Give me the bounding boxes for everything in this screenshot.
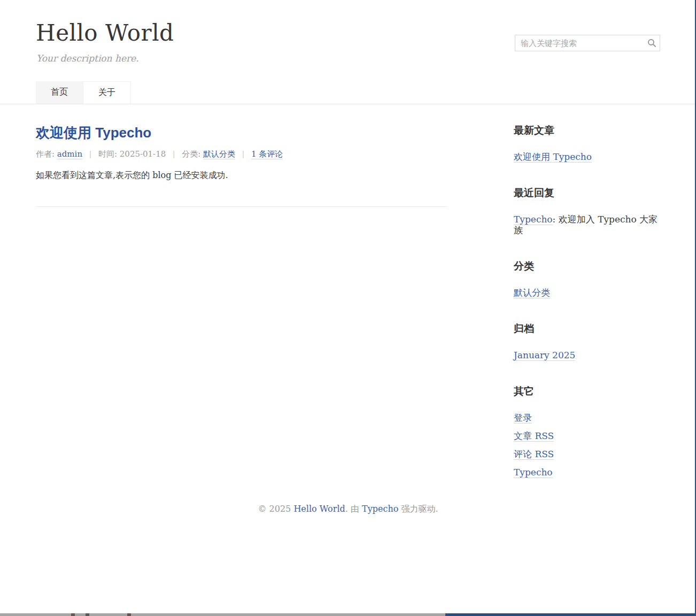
sidebar-section-archives: 归档 January 2025 [514, 322, 660, 360]
post-author-link[interactable]: admin [57, 149, 82, 159]
page-nav: 首页 关于 [36, 81, 660, 104]
copyright-text: © 2025 [258, 504, 293, 514]
list-item: January 2025 [514, 350, 660, 360]
archive-link[interactable]: January 2025 [514, 350, 575, 361]
typecho-link[interactable]: Typecho [514, 467, 553, 478]
site-header: Hello World Your description here. [36, 0, 660, 64]
site-description: Your description here. [36, 53, 174, 64]
post-comments-link[interactable]: 1 条评论 [251, 149, 283, 159]
sidebar-section-recent-replies: 最近回复 Typecho: 欢迎加入 Typecho 大家族 [514, 186, 660, 235]
taskbar-sliver [0, 613, 696, 616]
meta-separator: | [89, 149, 91, 158]
taskbar-sliver-gray [0, 613, 445, 616]
sidebar-heading: 最新文章 [514, 124, 660, 137]
content-area: 欢迎使用 Typecho 作者: admin|时间: 2025-01-18|分类… [36, 104, 660, 503]
footer-mid-text: . 由 [345, 504, 362, 514]
post-rss-link[interactable]: 文章 RSS [514, 430, 554, 442]
meta-separator: | [242, 149, 244, 158]
list-item: 欢迎使用 Typecho [514, 151, 660, 162]
latest-post-link[interactable]: 欢迎使用 Typecho [514, 151, 592, 163]
sidebar-heading: 其它 [514, 384, 660, 398]
footer-suffix-text: 强力驱动. [398, 504, 438, 514]
list-item: 评论 RSS [514, 449, 660, 459]
sidebar-section-latest-posts: 最新文章 欢迎使用 Typecho [514, 124, 660, 162]
taskbar-icon-sliver [86, 613, 89, 616]
taskbar-icon-sliver [71, 613, 75, 616]
login-link[interactable]: 登录 [514, 412, 532, 424]
post-title[interactable]: 欢迎使用 Typecho [36, 124, 447, 142]
list-item: Typecho: 欢迎加入 Typecho 大家族 [514, 214, 660, 235]
search-input[interactable] [515, 38, 644, 48]
search-box [515, 35, 660, 51]
sidebar-heading: 最近回复 [514, 186, 660, 200]
site-title[interactable]: Hello World [36, 20, 174, 46]
list-item: 默认分类 [514, 287, 660, 298]
main-column: 欢迎使用 Typecho 作者: admin|时间: 2025-01-18|分类… [36, 124, 447, 503]
list-item: Typecho [514, 467, 660, 478]
list-item: 登录 [514, 412, 660, 423]
sidebar-section-misc: 其它 登录 文章 RSS 评论 RSS Typecho [514, 384, 660, 478]
nav-tab-home[interactable]: 首页 [36, 81, 83, 104]
sidebar-heading: 归档 [514, 322, 660, 336]
sidebar-section-categories: 分类 默认分类 [514, 259, 660, 298]
nav-tab-about[interactable]: 关于 [83, 81, 131, 104]
reply-author-link[interactable]: Typecho [514, 214, 553, 225]
meta-separator: | [173, 149, 175, 158]
post-time: 时间: 2025-01-18 [98, 149, 166, 159]
post-category-label: 分类: [182, 149, 203, 159]
post-divider [36, 206, 447, 207]
sidebar: 最新文章 欢迎使用 Typecho 最近回复 Typecho: 欢迎加入 Typ… [514, 124, 660, 503]
nav-bar: 首页 关于 [0, 81, 696, 104]
taskbar-icon-sliver [127, 613, 131, 616]
site-identity: Hello World Your description here. [36, 20, 174, 64]
sidebar-heading: 分类 [514, 259, 660, 273]
post-body: 如果您看到这篇文章,表示您的 blog 已经安装成功. [36, 169, 447, 182]
blog-page: Hello World Your description here. 首页 关于… [0, 0, 696, 515]
post-meta: 作者: admin|时间: 2025-01-18|分类: 默认分类|1 条评论 [36, 149, 447, 159]
footer-typecho-link[interactable]: Typecho [362, 504, 398, 514]
taskbar-sliver-blue [445, 613, 696, 616]
comment-rss-link[interactable]: 评论 RSS [514, 449, 554, 460]
list-item: 文章 RSS [514, 430, 660, 441]
search-icon[interactable] [644, 38, 660, 48]
footer-site-link[interactable]: Hello World [293, 504, 345, 514]
page-footer: © 2025 Hello World. 由 Typecho 强力驱动. [0, 503, 696, 515]
post-category-link[interactable]: 默认分类 [203, 149, 235, 159]
post: 欢迎使用 Typecho 作者: admin|时间: 2025-01-18|分类… [36, 124, 447, 207]
post-author-label: 作者: [36, 149, 57, 159]
category-link[interactable]: 默认分类 [514, 287, 550, 298]
